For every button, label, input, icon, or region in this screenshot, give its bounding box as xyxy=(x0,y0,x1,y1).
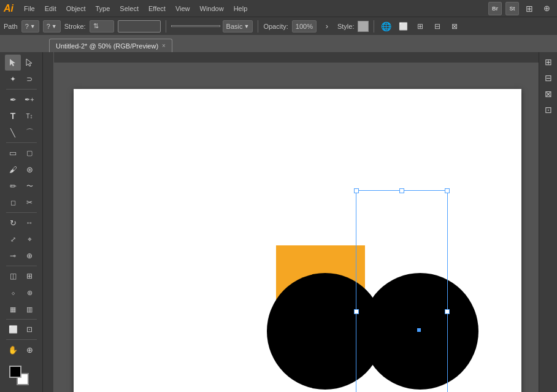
scissors-tool[interactable]: ✂ xyxy=(21,194,37,210)
workspace-btn[interactable]: ⊞ xyxy=(523,2,536,15)
menu-object[interactable]: Object xyxy=(62,4,90,13)
color-area: ⊘ ? ? xyxy=(4,363,39,392)
warp-tool[interactable]: ⊕ xyxy=(21,248,37,264)
app-logo: Ai xyxy=(4,3,13,14)
basic-select[interactable]: Basic▼ xyxy=(223,20,253,33)
path-btn2[interactable]: ?▼ xyxy=(43,20,61,33)
paintbrush-tool[interactable]: 🖌 xyxy=(5,161,21,177)
rectangle-tool[interactable]: ▭ xyxy=(5,145,21,161)
symbol-sprayer-tool[interactable]: ⊛ xyxy=(21,285,37,301)
document-tab[interactable]: Untitled-2* @ 50% (RGB/Preview) × xyxy=(49,39,172,52)
smooth-tool[interactable]: 〜 xyxy=(21,178,37,194)
vertical-type-tool[interactable]: T↕ xyxy=(21,108,37,124)
tool-row-10: ↻ ↔ xyxy=(5,215,37,231)
canvas-svg xyxy=(74,89,521,392)
left-ruler xyxy=(43,52,54,392)
sep3 xyxy=(374,20,374,33)
eraser-tool[interactable]: ◻ xyxy=(5,194,21,210)
stock-btn[interactable]: St xyxy=(505,2,519,15)
menu-edit[interactable]: Edit xyxy=(40,4,61,13)
tool-row-7: 🖌 ⊛ xyxy=(5,161,37,177)
bar-graph-tool[interactable]: ▥ xyxy=(21,301,37,317)
right-btn-3[interactable]: ⊠ xyxy=(541,86,556,101)
menu-view[interactable]: View xyxy=(171,4,194,13)
zoom-tool[interactable]: ⊕ xyxy=(21,342,37,358)
tool-row-6: ▭ ▢ xyxy=(5,145,37,161)
stroke-style: Basic▼ xyxy=(171,20,253,33)
pen-tool[interactable]: ✒ xyxy=(5,91,21,107)
tool-sep-5 xyxy=(6,319,37,320)
magic-wand-tool[interactable]: ✦ xyxy=(5,71,21,87)
style-color[interactable] xyxy=(358,21,369,32)
path-btn1[interactable]: ?▼ xyxy=(21,20,39,33)
main-layout: ✦ ⊃ ✒ ✒+ T T↕ ╲ ⌒ ▭ ▢ 🖌 ⊛ xyxy=(0,52,557,392)
width-tool[interactable]: ⊸ xyxy=(5,248,21,264)
column-graph-tool[interactable]: ▦ xyxy=(5,301,21,317)
artboard-icon[interactable]: ⬜ xyxy=(396,20,410,33)
tool-row-4: T T↕ xyxy=(5,108,37,124)
selection-tool[interactable] xyxy=(5,55,21,71)
menu-effect[interactable]: Effect xyxy=(144,4,170,13)
svg-marker-0 xyxy=(10,59,15,66)
align-icon[interactable]: ⊞ xyxy=(413,20,427,33)
globe-icon[interactable]: 🌐 xyxy=(379,20,393,33)
bridge-btn[interactable]: Br xyxy=(488,2,502,15)
rounded-rect-tool[interactable]: ▢ xyxy=(21,145,37,161)
tool-row-12: ⊸ ⊕ xyxy=(5,248,37,264)
tool-sep-4 xyxy=(6,266,37,266)
fill-color-box[interactable] xyxy=(9,366,21,378)
tab-title: Untitled-2* @ 50% (RGB/Preview) xyxy=(56,42,158,50)
menu-bar: Ai File Edit Object Type Select Effect V… xyxy=(0,0,557,17)
more-icon[interactable]: ⊠ xyxy=(448,20,461,33)
tool-row-17: ✋ ⊕ xyxy=(5,342,37,358)
stroke-width-input[interactable] xyxy=(118,20,161,33)
reflect-tool[interactable]: ↔ xyxy=(21,215,37,231)
tool-row-2: ✦ ⊃ xyxy=(5,71,37,87)
direct-selection-tool[interactable] xyxy=(21,55,37,71)
tab-close-btn[interactable]: × xyxy=(162,42,166,49)
right-btn-1[interactable]: ⊞ xyxy=(541,55,556,69)
tool-row-5: ╲ ⌒ xyxy=(5,125,37,140)
search-btn[interactable]: ⊕ xyxy=(540,2,553,15)
stroke-arrows: ⇅ xyxy=(93,22,99,30)
tool-row-9: ◻ ✂ xyxy=(5,194,37,210)
type-tool[interactable]: T xyxy=(5,108,21,124)
gradient-tool[interactable]: ◫ xyxy=(5,268,21,284)
menu-file[interactable]: File xyxy=(20,4,39,13)
right-btn-4[interactable]: ⊡ xyxy=(541,102,556,117)
opacity-arrow[interactable]: › xyxy=(320,20,334,33)
opacity-label: Opacity: xyxy=(263,23,288,30)
slice-tool[interactable]: ⊡ xyxy=(21,321,37,337)
mesh-tool[interactable]: ⊞ xyxy=(21,268,37,284)
menu-window[interactable]: Window xyxy=(196,4,228,13)
artboard-tool[interactable]: ⬜ xyxy=(5,321,21,337)
menu-help[interactable]: Help xyxy=(229,4,252,13)
lasso-tool[interactable]: ⊃ xyxy=(21,71,37,87)
rotate-tool[interactable]: ↻ xyxy=(5,215,21,231)
right-panel: ⊞ ⊟ ⊠ ⊡ xyxy=(539,52,557,392)
add-anchor-tool[interactable]: ✒+ xyxy=(21,91,37,107)
distribute-icon[interactable]: ⊟ xyxy=(431,20,444,33)
svg-marker-1 xyxy=(26,59,32,66)
tab-bar: Untitled-2* @ 50% (RGB/Preview) × xyxy=(0,35,557,52)
hand-tool[interactable]: ✋ xyxy=(5,342,21,358)
opacity-input[interactable]: 100% xyxy=(292,20,317,33)
line-tool[interactable]: ╲ xyxy=(5,125,21,140)
stroke-preview xyxy=(171,25,220,27)
tool-row-3: ✒ ✒+ xyxy=(5,91,37,107)
path-label: Path xyxy=(4,23,18,30)
right-btn-2[interactable]: ⊟ xyxy=(541,71,556,85)
menu-type[interactable]: Type xyxy=(91,4,115,13)
pencil-tool[interactable]: ✏ xyxy=(5,178,21,194)
menu-select[interactable]: Select xyxy=(115,4,143,13)
blob-brush-tool[interactable]: ⊛ xyxy=(21,161,37,177)
shear-tool[interactable]: ⌖ xyxy=(21,231,37,247)
blend-tool[interactable]: ⬦ xyxy=(5,285,21,301)
stroke-btn[interactable]: ⇅ xyxy=(90,20,114,33)
canvas-area[interactable] xyxy=(43,52,539,392)
tool-row-13: ◫ ⊞ xyxy=(5,268,37,284)
stroke-label: Stroke: xyxy=(64,23,86,30)
arc-tool[interactable]: ⌒ xyxy=(21,125,37,140)
center-point xyxy=(417,328,421,332)
scale-tool[interactable]: ⤢ xyxy=(5,231,21,247)
